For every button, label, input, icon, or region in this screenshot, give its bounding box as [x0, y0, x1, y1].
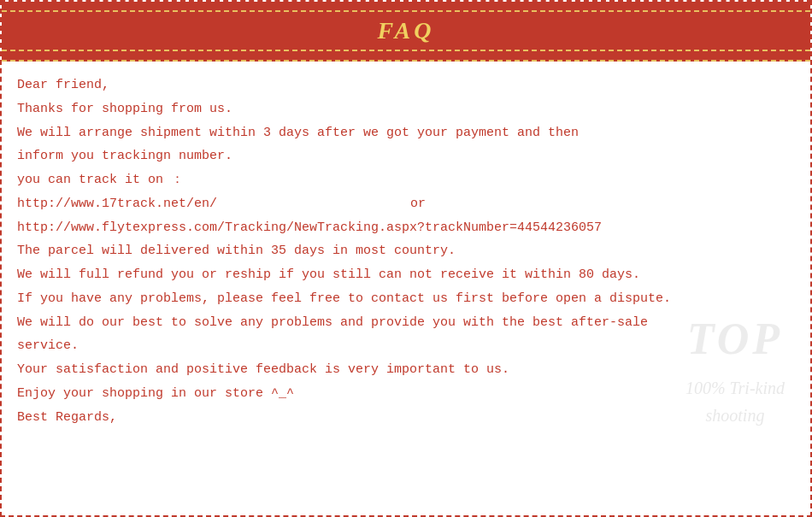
track-url-1: http://www.17track.net/en/: [17, 192, 376, 216]
line12: service.: [17, 334, 795, 358]
line7: http://www.flytexpress.com/Tracking/NewT…: [17, 216, 795, 240]
page-wrapper: FAQ Dear friend, Thanks for shopping fro…: [0, 0, 812, 517]
line8: The parcel will delivered within 35 days…: [17, 239, 795, 263]
line14: Enjoy your shopping in our store ^_^: [17, 382, 795, 406]
line3: We will arrange shipment within 3 days a…: [17, 121, 795, 145]
line10: If you have any problems, please feel fr…: [17, 287, 795, 311]
line9: We will full refund you or reship if you…: [17, 263, 795, 287]
line11: We will do our best to solve any problem…: [17, 311, 795, 335]
content-section: Dear friend, Thanks for shopping from us…: [2, 62, 810, 438]
line2: Thanks for shopping from us.: [17, 97, 795, 121]
header-section: FAQ: [2, 2, 810, 62]
line5: you can track it on ：: [17, 168, 795, 192]
line1: Dear friend,: [17, 73, 795, 97]
page-title: FAQ: [2, 12, 810, 50]
tracking-row-1: http://www.17track.net/en/ or: [17, 192, 795, 216]
line4: inform you trackingn number.: [17, 144, 795, 168]
line13: Your satisfaction and positive feedback …: [17, 358, 795, 382]
line15: Best Regards,: [17, 406, 795, 430]
or-text: or: [410, 192, 426, 216]
